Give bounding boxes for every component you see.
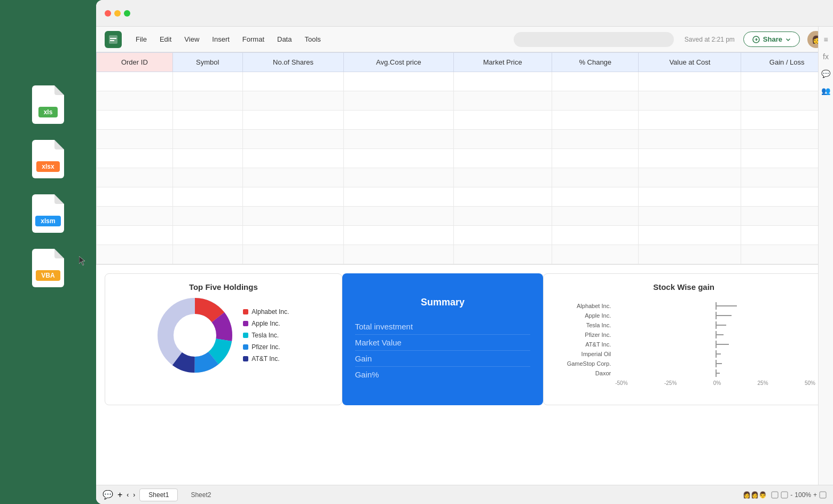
stock-row-daxor: Daxor [552, 369, 815, 377]
file-xlsm[interactable]: xlsm [27, 194, 69, 233]
svg-point-11 [179, 319, 211, 351]
col-pct-change[interactable]: % Change [552, 53, 639, 72]
col-shares[interactable]: No.of Shares [242, 53, 344, 72]
zoom-out[interactable]: - [790, 491, 792, 499]
stock-label-apple: Apple Inc. [552, 312, 611, 319]
legend-label-att: AT&T Inc. [252, 355, 279, 363]
app-icon [105, 31, 122, 48]
right-panel-icon4[interactable]: 👥 [821, 86, 830, 95]
legend-label-alphabet: Alphabet Inc. [252, 308, 289, 316]
share-button[interactable]: Share [743, 32, 800, 47]
menu-file[interactable]: File [130, 33, 152, 45]
svg-rect-12 [772, 492, 778, 498]
x-label-zero: 0% [713, 380, 721, 386]
minimize-button[interactable] [114, 10, 121, 17]
maximize-button[interactable] [124, 10, 130, 17]
table-row[interactable] [97, 72, 833, 91]
menu-insert[interactable]: Insert [207, 33, 235, 45]
table-row[interactable] [97, 91, 833, 111]
summary-total-investment: Total investment [355, 319, 531, 335]
x-label-neg25: -25% [664, 380, 677, 386]
table-row[interactable] [97, 226, 833, 245]
legend-dot-alphabet [243, 309, 248, 314]
prev-sheet-button[interactable]: ‹ [127, 491, 129, 499]
menu-format[interactable]: Format [237, 33, 270, 45]
legend-tesla: Tesla Inc. [243, 332, 289, 339]
xlsm-badge: xlsm [35, 216, 60, 226]
legend-pfizer: Pfizer Inc. [243, 343, 289, 351]
table-row[interactable] [97, 168, 833, 187]
menu-edit[interactable]: Edit [154, 33, 177, 45]
svg-rect-2 [110, 38, 116, 39]
avatar-group: 👩👩👨 [743, 491, 767, 499]
menu-view[interactable]: View [179, 33, 205, 45]
table-row[interactable] [97, 149, 833, 168]
menu-tools[interactable]: Tools [299, 33, 326, 45]
summary-gain-pct: Gain% [355, 367, 531, 382]
table-row[interactable] [97, 245, 833, 264]
stock-row-tesla: Tesla Inc. [552, 321, 815, 329]
stock-label-imperial: Imperial Oil [552, 351, 611, 357]
stock-chart-title: Stock Wise gain [552, 282, 815, 292]
legend-label-pfizer: Pfizer Inc. [252, 343, 280, 351]
stock-row-att: AT&T Inc. [552, 341, 815, 348]
saved-status: Saved at 2:21 pm [685, 36, 735, 43]
stock-row-alphabet: Alphabet Inc. [552, 302, 815, 310]
menubar: File Edit View Insert Format Data Tools … [96, 27, 833, 52]
file-xlsx[interactable]: xlsx [27, 140, 69, 178]
legend-dot-pfizer [243, 344, 248, 350]
svg-rect-3 [110, 40, 114, 41]
main-window: File Edit View Insert Format Data Tools … [96, 0, 833, 504]
col-symbol[interactable]: Symbol [172, 53, 242, 72]
sheet2-tab[interactable]: Sheet2 [182, 489, 219, 501]
legend-apple: Apple Inc. [243, 320, 289, 327]
legend-dot-att [243, 356, 248, 361]
donut-legend: Alphabet Inc. Apple Inc. Tesla Inc. [243, 308, 289, 363]
sidebar: xls xlsx xlsm VBA [0, 0, 96, 504]
menu-data[interactable]: Data [272, 33, 297, 45]
table-row[interactable] [97, 187, 833, 207]
stock-chart-content: Alphabet Inc. Apple Inc. Tesla Inc. [552, 298, 815, 377]
chevron-down-icon [785, 37, 791, 42]
mouse-cursor [79, 256, 85, 266]
zoom-in[interactable]: + [813, 491, 817, 499]
next-sheet-button[interactable]: › [133, 491, 135, 499]
svg-marker-0 [79, 256, 85, 265]
stock-label-alphabet: Alphabet Inc. [552, 303, 611, 309]
right-panel-icon3[interactable]: 💬 [821, 69, 830, 78]
add-sheet-button[interactable]: + [117, 490, 122, 500]
content-area: Order ID Symbol No.of Shares Avg.Cost pr… [96, 52, 833, 485]
col-avg-cost[interactable]: Avg.Cost price [344, 53, 453, 72]
table-row[interactable] [97, 130, 833, 149]
file-xls[interactable]: xls [27, 85, 69, 124]
svg-rect-13 [781, 492, 788, 498]
stock-row-gamestop: GameStop Corp. [552, 360, 815, 367]
search-input[interactable] [514, 32, 674, 47]
share-label: Share [763, 35, 782, 43]
stock-row-pfizer: Pfizer Inc. [552, 331, 815, 338]
zoom-level: 100% [795, 491, 811, 499]
right-panel-icon1[interactable]: ≡ [823, 35, 828, 44]
file-vba[interactable]: VBA [27, 249, 69, 287]
stock-label-pfizer: Pfizer Inc. [552, 332, 611, 338]
col-value-at-cost[interactable]: Value at Cost [639, 53, 741, 72]
stock-row-imperial: Imperial Oil [552, 350, 815, 358]
close-button[interactable] [105, 10, 111, 17]
col-order-id[interactable]: Order ID [97, 53, 173, 72]
vba-badge: VBA [36, 270, 60, 281]
right-panel-icon2[interactable]: fx [823, 52, 829, 61]
stock-label-gamestop: GameStop Corp. [552, 360, 611, 367]
sheet1-tab[interactable]: Sheet1 [139, 489, 178, 501]
traffic-lights [105, 10, 130, 17]
titlebar [96, 0, 833, 27]
col-market-price[interactable]: Market Price [453, 53, 552, 72]
donut-container: Alphabet Inc. Apple Inc. Tesla Inc. [114, 298, 333, 373]
table-row[interactable] [97, 207, 833, 226]
x-label-50: 50% [805, 380, 815, 386]
donut-chart-svg [158, 298, 232, 373]
spreadsheet-area: Order ID Symbol No.of Shares Avg.Cost pr… [96, 52, 833, 504]
table-row[interactable] [97, 111, 833, 130]
right-panel: ≡ fx 💬 👥 [818, 27, 833, 485]
statusbar-right: 👩👩👨 - 100% + [743, 491, 827, 499]
legend-alphabet: Alphabet Inc. [243, 308, 289, 316]
